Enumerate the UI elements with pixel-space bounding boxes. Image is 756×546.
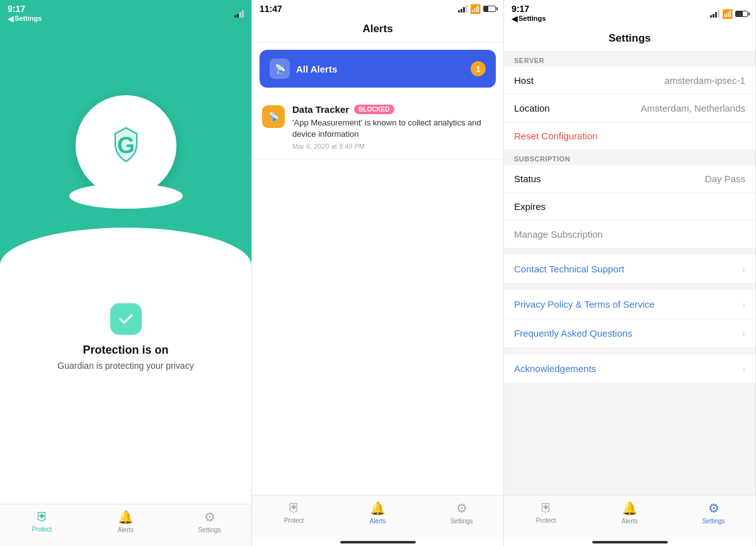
bottom-nav-3: ⛨ Protect 🔔 Alerts ⚙ Settings — [504, 495, 755, 537]
acknowledgements-label: Acknowledgements — [514, 363, 596, 374]
location-row: Location Amsterdam, Netherlands — [504, 95, 755, 122]
contact-support-label: Contact Technical Support — [514, 264, 624, 274]
server-section-header: SERVER — [504, 52, 755, 67]
status-bar-2: 11:47 📶 — [252, 0, 503, 16]
all-alerts-label: All Alerts — [296, 64, 337, 74]
divider-1 — [504, 248, 755, 255]
chevron-faq: › — [742, 328, 745, 339]
all-alerts-left: 📡 All Alerts — [270, 59, 337, 79]
protect-header: G — [0, 26, 251, 265]
alerts-title: Alerts — [262, 23, 493, 35]
reset-label[interactable]: Reset Configuration — [514, 131, 598, 141]
status-bar-3: 9:17 ◀ Settings 📶 — [504, 0, 755, 26]
shield-icon-1: ⛨ — [36, 509, 49, 524]
location-label: Location — [514, 103, 550, 113]
back-nav-3[interactable]: ◀ Settings — [512, 15, 546, 23]
nav-settings-label-1: Settings — [198, 526, 220, 533]
teal-wave — [0, 228, 251, 265]
alerts-empty-area — [252, 160, 503, 495]
nav-protect-1[interactable]: ⛨ Protect — [0, 509, 84, 533]
bottom-nav-2: ⛨ Protect 🔔 Alerts ⚙ Settings — [252, 495, 503, 537]
nav-settings-3[interactable]: ⚙ Settings — [672, 501, 755, 525]
status-value: Day Pass — [705, 173, 745, 184]
blocked-badge: BLOCKED — [354, 105, 394, 114]
wifi-icon-2: 📶 — [470, 4, 481, 14]
status-icons-2: 📶 — [458, 4, 496, 14]
nav-protect-3[interactable]: ⛨ Protect — [504, 501, 588, 525]
nav-alerts-2[interactable]: 🔔 Alerts — [336, 501, 420, 525]
bottom-nav-1: ⛨ Protect 🔔 Alerts ⚙ Settings — [0, 504, 251, 546]
manage-label[interactable]: Manage Subscription — [514, 229, 603, 240]
privacy-policy-label: Privacy Policy & Terms of Service — [514, 299, 655, 310]
home-indicator-2 — [340, 541, 416, 543]
nav-settings-1[interactable]: ⚙ Settings — [168, 509, 251, 533]
host-row: Host amsterdam-ipsec-1 — [504, 67, 755, 95]
protect-body: Protection is on Guardian is protecting … — [0, 265, 251, 504]
battery-icon-2 — [483, 6, 496, 12]
divider-2 — [504, 284, 755, 290]
chevron-contact: › — [742, 264, 745, 274]
status-row: Status Day Pass — [504, 165, 755, 193]
screen-alerts: 11:47 📶 Alerts 📡 All Alerts 1 📡 — [252, 0, 504, 546]
radio-icon: 📡 — [270, 59, 290, 79]
subscription-section-header: SUBSCRIPTION — [504, 150, 755, 165]
manage-sub-row[interactable]: Manage Subscription — [504, 221, 755, 248]
alerts-header: Alerts — [252, 16, 503, 42]
location-value: Amsterdam, Netherlands — [641, 103, 745, 113]
protection-sub: Guardian is protecting your privacy — [57, 361, 193, 371]
shield-icon-2: ⛨ — [288, 501, 301, 515]
bell-icon-1: 🔔 — [118, 509, 134, 525]
nav-settings-label-3: Settings — [702, 518, 724, 525]
logo-circle: G — [76, 95, 176, 196]
nav-alerts-1[interactable]: 🔔 Alerts — [84, 509, 168, 533]
signal-bars-2 — [458, 5, 467, 13]
time-2: 11:47 — [260, 4, 282, 14]
faq-row[interactable]: Frequently Asked Questions › — [504, 319, 755, 348]
alert-item[interactable]: 📡 Data Tracker BLOCKED 'App Measurement'… — [252, 95, 503, 160]
bell-icon-3: 🔔 — [622, 501, 638, 516]
chevron-ack: › — [742, 364, 745, 374]
nav-protect-2[interactable]: ⛨ Protect — [252, 501, 336, 525]
nav-alerts-3[interactable]: 🔔 Alerts — [588, 501, 672, 525]
back-arrow-1: ◀ — [8, 15, 13, 23]
alert-badge: 1 — [471, 61, 486, 76]
back-text-1: Settings — [14, 15, 42, 23]
check-icon — [117, 310, 135, 328]
expires-label: Expires — [514, 201, 546, 212]
status-bar-1: 9:17 ◀ Settings — [0, 0, 251, 26]
chevron-privacy: › — [742, 299, 745, 310]
tracker-name: Data Tracker — [292, 104, 349, 115]
back-nav-1[interactable]: ◀ Settings — [8, 15, 42, 23]
screen-protect: 9:17 ◀ Settings G — [0, 0, 252, 546]
contact-support-row[interactable]: Contact Technical Support › — [504, 255, 755, 284]
faq-label: Frequently Asked Questions — [514, 328, 633, 339]
alert-item-icon: 📡 — [262, 105, 285, 128]
protection-title: Protection is on — [83, 344, 168, 357]
expires-row: Expires — [504, 193, 755, 221]
nav-settings-2[interactable]: ⚙ Settings — [420, 501, 503, 525]
gear-icon-3: ⚙ — [708, 501, 719, 516]
nav-protect-label-3: Protect — [536, 517, 556, 524]
signal-bars-1 — [234, 10, 244, 18]
all-alerts-bar[interactable]: 📡 All Alerts 1 — [260, 50, 496, 88]
acknowledgements-row[interactable]: Acknowledgements › — [504, 354, 755, 383]
shield-icon-3: ⛨ — [540, 501, 553, 515]
svg-text:G: G — [117, 132, 134, 158]
nav-settings-label-2: Settings — [450, 518, 472, 525]
nav-alerts-label-1: Alerts — [118, 526, 134, 533]
alert-description: 'App Measurement' is known to collect an… — [292, 117, 493, 140]
nav-protect-label-2: Protect — [284, 517, 304, 524]
home-indicator-3 — [592, 541, 668, 543]
battery-icon-3 — [735, 11, 748, 17]
reset-row[interactable]: Reset Configuration — [504, 122, 755, 150]
time-3: 9:17 — [512, 4, 546, 15]
back-text-3: Settings — [518, 15, 546, 23]
status-icons-1 — [234, 10, 244, 18]
privacy-policy-row[interactable]: Privacy Policy & Terms of Service › — [504, 290, 755, 319]
status-icons-3: 📶 — [710, 9, 748, 19]
bell-icon-2: 🔔 — [370, 501, 386, 516]
guardian-logo: G — [101, 120, 151, 171]
gear-icon-1: ⚙ — [204, 509, 215, 525]
settings-title: Settings — [504, 26, 755, 52]
gear-icon-2: ⚙ — [456, 501, 467, 516]
